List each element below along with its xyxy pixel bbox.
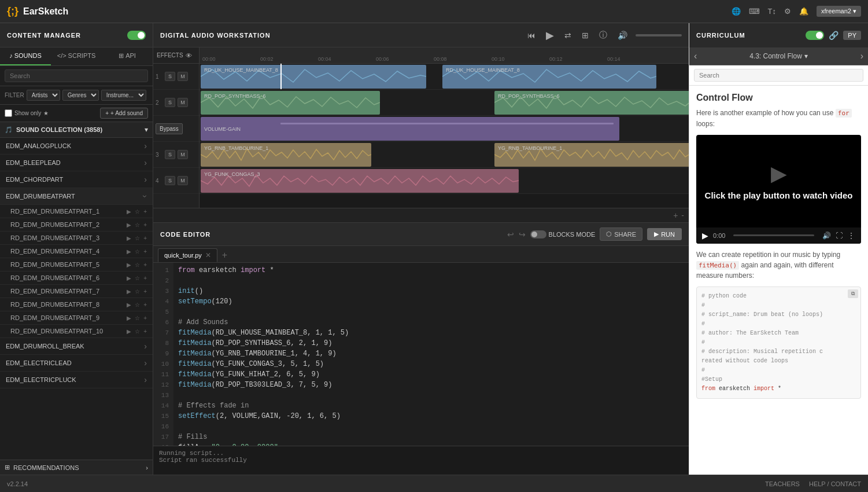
content-manager-toggle[interactable] xyxy=(127,31,146,40)
favorite-icon[interactable]: ☆ xyxy=(135,222,140,228)
curriculum-search-input[interactable] xyxy=(694,69,863,82)
favorite-icon[interactable]: ☆ xyxy=(135,315,140,321)
play-sound-icon[interactable]: ▶ xyxy=(127,275,131,281)
tab-scripts[interactable]: </>SCRIPTS xyxy=(51,47,102,65)
solo-button-2[interactable]: S xyxy=(165,98,175,107)
share-button[interactable]: ⬡ SHARE xyxy=(600,227,642,241)
curriculum-toggle[interactable] xyxy=(806,31,824,40)
artists-filter[interactable]: Artists xyxy=(27,90,60,101)
user-badge[interactable]: xfreeman2 ▾ xyxy=(817,6,861,17)
instruments-filter[interactable]: Instrume... xyxy=(101,90,146,101)
list-item[interactable]: RD_EDM_DRUMBEATPART_2 ▶ ☆ + xyxy=(0,218,153,232)
clip[interactable]: RD_POP_SYNTHBASS_6 xyxy=(494,91,689,115)
add-to-script-icon[interactable]: + xyxy=(143,262,147,268)
recommendations-section[interactable]: ⊞ RECOMMENDATIONS › xyxy=(0,460,153,475)
video-progress-bar[interactable] xyxy=(733,234,814,236)
blocks-toggle-switch[interactable] xyxy=(530,230,546,238)
info-button[interactable]: ⓘ xyxy=(597,29,610,42)
solo-button-4[interactable]: S xyxy=(165,150,175,159)
add-to-script-icon[interactable]: + xyxy=(143,248,147,255)
play-sound-icon[interactable]: ▶ xyxy=(127,235,131,241)
code-editor-textarea[interactable]: from earsketch import * init() setTempo(… xyxy=(173,263,689,446)
list-item[interactable]: RD_EDM_DRUMBEATPART_6 ▶ ☆ + xyxy=(0,271,153,285)
list-item[interactable]: RD_EDM_DRUMBEATPART_5 ▶ ☆ + xyxy=(0,258,153,271)
globe-icon[interactable]: 🌐 xyxy=(732,7,741,16)
mute-button-4[interactable]: M xyxy=(178,150,188,159)
list-item[interactable]: RD_EDM_DRUMBEATPART_8 ▶ ☆ + xyxy=(0,298,153,311)
play-sound-icon[interactable]: ▶ xyxy=(127,302,131,308)
bell-icon[interactable]: 🔔 xyxy=(799,7,808,16)
list-item[interactable]: RD_EDM_DRUMBEATPART_3 ▶ ☆ + xyxy=(0,232,153,245)
favorite-icon[interactable]: ☆ xyxy=(135,302,140,308)
help-contact-link[interactable]: HELP / CONTACT xyxy=(809,480,861,487)
volume-button[interactable]: 🔊 xyxy=(615,30,630,41)
list-item[interactable]: EDM_DRUMROLL_BREAK xyxy=(0,338,153,355)
solo-button-5[interactable]: S xyxy=(165,176,175,185)
add-to-script-icon[interactable]: + xyxy=(143,328,147,335)
effects-clip[interactable]: VOLUME-GAIN xyxy=(201,117,619,141)
list-item[interactable]: RD_EDM_DRUMBEATPART_7 ▶ ☆ + xyxy=(0,285,153,298)
video-more-icon[interactable]: ⋮ xyxy=(847,231,855,240)
clip[interactable]: RD_UK_HOUSE_MAINBEAT_8 xyxy=(201,65,426,89)
favorite-icon[interactable]: ☆ xyxy=(135,208,140,215)
grid-button[interactable]: ⊞ xyxy=(579,30,591,41)
clip[interactable]: RD_POP_SYNTHBASS_6 xyxy=(201,91,380,115)
genres-filter[interactable]: Genres xyxy=(62,90,99,101)
clip[interactable]: YG_RNB_TAMBOURINE_1 xyxy=(201,143,371,167)
clip[interactable]: YG_RNB_TAMBOURINE_1 xyxy=(494,143,689,167)
play-sound-icon[interactable]: ▶ xyxy=(127,315,131,321)
clip[interactable]: RD_UK_HOUSE_MAINBEAT_8 xyxy=(442,65,656,89)
blocks-mode-toggle[interactable]: BLOCKS MODE xyxy=(530,230,596,238)
play-sound-icon[interactable]: ▶ xyxy=(127,222,131,228)
copy-code-button[interactable]: ⧉ xyxy=(848,289,858,298)
add-to-script-icon[interactable]: + xyxy=(143,235,147,241)
tab-sounds[interactable]: ♪SOUNDS xyxy=(0,47,51,65)
add-to-script-icon[interactable]: + xyxy=(143,208,147,215)
play-sound-icon[interactable]: ▶ xyxy=(127,208,131,215)
close-tab-icon[interactable]: ✕ xyxy=(205,251,211,259)
add-to-script-icon[interactable]: + xyxy=(143,302,147,308)
run-button[interactable]: ▶ RUN xyxy=(647,228,682,240)
link-icon[interactable]: 🔗 xyxy=(829,31,839,40)
list-item-drumbeatpart[interactable]: EDM_DRUMBEATPART xyxy=(0,188,153,205)
video-fullscreen-icon[interactable]: ⛶ xyxy=(836,232,843,240)
list-item[interactable]: RD_EDM_DRUMBEATPART_10 ▶ ☆ + xyxy=(0,325,153,338)
skip-back-button[interactable]: ⏮ xyxy=(525,30,538,41)
py-badge[interactable]: PY xyxy=(843,31,861,40)
play-sound-icon[interactable]: ▶ xyxy=(127,262,131,268)
curriculum-prev-button[interactable]: ‹ xyxy=(694,51,697,61)
zoom-in-icon[interactable]: + xyxy=(673,211,678,220)
favorite-icon[interactable]: ☆ xyxy=(135,275,140,281)
favorite-icon[interactable]: ☆ xyxy=(135,262,140,268)
curriculum-chapter[interactable]: 4.3: Control Flow ▾ xyxy=(749,52,808,60)
mute-button-2[interactable]: M xyxy=(178,98,188,107)
add-to-script-icon[interactable]: + xyxy=(143,315,147,321)
volume-slider[interactable] xyxy=(636,34,682,36)
clip[interactable]: YG_FUNK_CONGAS_3 xyxy=(201,169,519,193)
video-play-button[interactable]: ▶ xyxy=(702,231,708,240)
mute-button-5[interactable]: M xyxy=(178,176,188,185)
favorite-icon[interactable]: ☆ xyxy=(135,328,140,335)
add-to-script-icon[interactable]: + xyxy=(143,222,147,228)
add-sound-button[interactable]: + + Add sound xyxy=(100,108,148,119)
keyboard-icon[interactable]: ⌨ xyxy=(749,7,760,16)
teachers-link[interactable]: TEACHERS xyxy=(765,480,800,487)
play-sound-icon[interactable]: ▶ xyxy=(127,248,131,255)
mute-button-1[interactable]: M xyxy=(178,72,188,81)
code-tab-quick-tour[interactable]: quick_tour.py ✕ xyxy=(158,248,217,262)
sound-collection-header[interactable]: 🎵 SOUND COLLECTION (3858) ▾ xyxy=(0,122,153,138)
list-item[interactable]: RD_EDM_DRUMBEATPART_9 ▶ ☆ + xyxy=(0,311,153,325)
bypass-button[interactable]: Bypass xyxy=(156,123,183,134)
play-button[interactable]: ▶ xyxy=(544,28,556,43)
favorite-icon[interactable]: ☆ xyxy=(135,248,140,255)
solo-button-1[interactable]: S xyxy=(165,72,175,81)
add-to-script-icon[interactable]: + xyxy=(143,275,147,281)
show-only-checkbox[interactable] xyxy=(5,109,12,117)
list-item[interactable]: RD_EDM_DRUMBEATPART_4 ▶ ☆ + xyxy=(0,245,153,258)
tab-api[interactable]: ⊞API xyxy=(102,47,153,65)
zoom-out-icon[interactable]: - xyxy=(681,211,684,220)
list-item[interactable]: EDM_ANALOGPLUCK xyxy=(0,138,153,155)
list-item[interactable]: EDM_CHORDPART xyxy=(0,171,153,188)
list-item[interactable]: EDM_ELECTRICPLUCK xyxy=(0,372,153,388)
favorite-icon[interactable]: ☆ xyxy=(135,288,140,295)
